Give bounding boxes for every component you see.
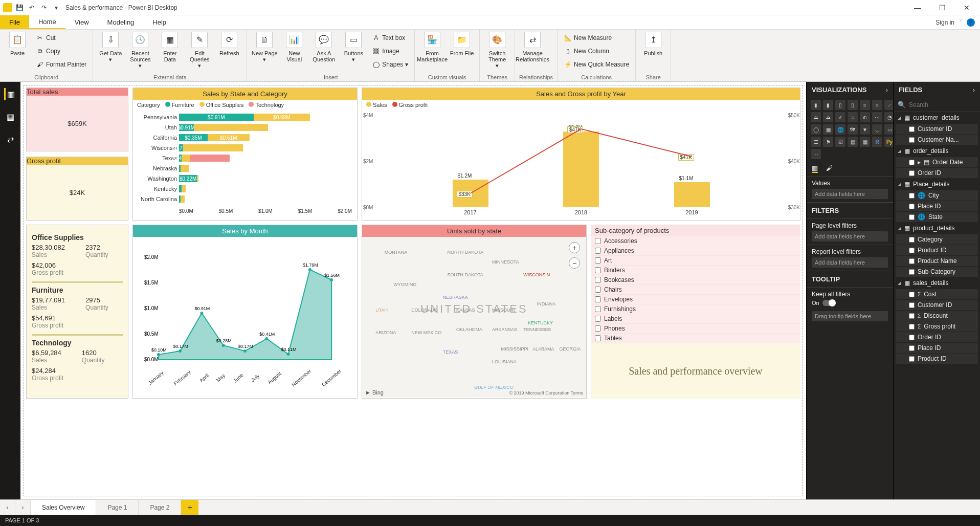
- kpi-gross-profit[interactable]: Gross profit $24K: [26, 157, 128, 221]
- viz-clustered-column-icon[interactable]: ▯: [848, 100, 858, 110]
- chevron-icon[interactable]: ˇ: [960, 19, 962, 26]
- viz-100stacked-column-icon[interactable]: ≡: [872, 100, 882, 110]
- checkbox[interactable]: [595, 335, 601, 341]
- tab-view[interactable]: View: [65, 15, 98, 29]
- slicer-item[interactable]: Accessories: [591, 236, 800, 246]
- textbox-button[interactable]: AText box: [370, 32, 410, 44]
- field-item[interactable]: Customer Na...: [896, 135, 978, 145]
- checkbox[interactable]: [595, 257, 601, 264]
- field-checkbox[interactable]: [909, 126, 915, 132]
- table-header[interactable]: ◢▦order_details: [894, 145, 980, 157]
- undo-icon[interactable]: ↶: [27, 3, 37, 13]
- slicer-item[interactable]: Tables: [591, 334, 800, 343]
- paste-button[interactable]: 📋Paste: [4, 32, 31, 56]
- field-item[interactable]: Sub-Category: [896, 267, 978, 277]
- keep-filters-toggle[interactable]: On: [812, 300, 888, 306]
- values-dropzone[interactable]: Add data fields here: [812, 189, 888, 199]
- viz-filled-map-icon[interactable]: 🗺: [848, 124, 858, 135]
- slicer-item[interactable]: Art: [591, 256, 800, 266]
- viz-area-icon[interactable]: ⛰: [811, 112, 821, 122]
- slicer-list[interactable]: AccessoriesAppliancesArtBindersBookcases…: [591, 236, 800, 343]
- checkbox[interactable]: [595, 287, 601, 293]
- field-item[interactable]: ΣGross profit: [896, 321, 978, 332]
- zoom-out-icon[interactable]: −: [569, 257, 580, 269]
- tab-modeling[interactable]: Modeling: [98, 15, 144, 29]
- new-measure-button[interactable]: 📐New Measure: [562, 32, 631, 44]
- save-icon[interactable]: 💾: [14, 3, 25, 13]
- checkbox[interactable]: [595, 238, 601, 244]
- viz-combo-icon[interactable]: ⫽: [835, 112, 845, 122]
- field-item[interactable]: 🌐State: [896, 212, 978, 222]
- from-marketplace-button[interactable]: 🏪From Marketplace: [419, 32, 446, 62]
- minimize-icon[interactable]: —: [907, 2, 928, 14]
- buttons-button[interactable]: ▭Buttons▾: [340, 32, 367, 62]
- tab-file[interactable]: File: [0, 15, 29, 29]
- viz-map[interactable]: Units sold by state + − UNITED STATES ► …: [362, 225, 587, 399]
- field-checkbox[interactable]: [909, 302, 915, 308]
- viz-stacked-area-icon[interactable]: ⛰: [823, 112, 833, 122]
- field-checkbox[interactable]: [909, 237, 915, 243]
- search-input[interactable]: [909, 101, 980, 108]
- field-checkbox[interactable]: [909, 313, 915, 319]
- field-item[interactable]: Category: [896, 234, 978, 245]
- field-checkbox[interactable]: [909, 356, 915, 362]
- field-item[interactable]: Product ID: [896, 245, 978, 255]
- enter-data-button[interactable]: ▦Enter Data: [157, 32, 183, 62]
- page-tab-1[interactable]: Sales Overview: [31, 500, 96, 515]
- slicer-item[interactable]: Bookcases: [591, 275, 800, 285]
- field-checkbox[interactable]: [909, 324, 915, 330]
- viz-ribbon-icon[interactable]: ≈: [848, 112, 858, 122]
- viz-matrix-icon[interactable]: ▦: [860, 137, 870, 147]
- viz-r-icon[interactable]: R: [872, 137, 882, 147]
- field-item[interactable]: Product ID: [896, 354, 978, 364]
- signin-link[interactable]: Sign in: [936, 19, 954, 26]
- viz-funnel-icon[interactable]: ▼: [860, 124, 870, 135]
- fields-search[interactable]: 🔍: [894, 98, 980, 112]
- publish-button[interactable]: ↥Publish: [640, 32, 666, 56]
- page-tab-2[interactable]: Page 1: [96, 500, 139, 515]
- redo-icon[interactable]: ↷: [39, 3, 49, 13]
- checkbox[interactable]: [595, 267, 601, 273]
- slicer-item[interactable]: Furnishings: [591, 304, 800, 314]
- field-item[interactable]: 🌐City: [896, 190, 978, 201]
- chevron-right-icon[interactable]: ›: [973, 86, 975, 94]
- viz-table-icon[interactable]: ▤: [848, 137, 858, 147]
- viz-multirow-icon[interactable]: ☰: [811, 137, 821, 147]
- new-quick-measure-button[interactable]: ⚡New Quick Measure: [562, 58, 631, 71]
- viz-more-icon[interactable]: ⋯: [811, 149, 821, 159]
- viz-slicer-icon[interactable]: ☑: [835, 137, 845, 147]
- cut-button[interactable]: ✂Cut: [34, 32, 88, 44]
- tab-home[interactable]: Home: [29, 15, 65, 29]
- viz-scatter-icon[interactable]: ⋯: [872, 112, 882, 122]
- viz-waterfall-icon[interactable]: ⫙: [860, 112, 870, 122]
- new-column-button[interactable]: ▯New Column: [562, 45, 631, 57]
- chevron-right-icon[interactable]: ›: [886, 86, 888, 94]
- report-canvas[interactable]: Total sales $659K Gross profit $24K Sale…: [20, 82, 806, 499]
- zoom-in-icon[interactable]: +: [569, 242, 580, 253]
- table-header[interactable]: ◢▦product_details: [894, 223, 980, 234]
- shapes-button[interactable]: ◯Shapes ▾: [370, 58, 410, 71]
- field-checkbox[interactable]: [909, 248, 915, 253]
- field-item[interactable]: ΣCost: [896, 289, 978, 299]
- add-page-button[interactable]: +: [181, 500, 198, 515]
- help-icon[interactable]: ?: [967, 18, 975, 27]
- slicer-item[interactable]: Binders: [591, 266, 800, 275]
- tooltip-dropzone[interactable]: Drag tooltip fields here: [812, 311, 888, 321]
- field-checkbox[interactable]: [909, 170, 915, 176]
- slicer-item[interactable]: Envelopes: [591, 295, 800, 304]
- page-prev-icon[interactable]: ‹: [0, 500, 15, 515]
- close-icon[interactable]: ✕: [956, 2, 977, 14]
- field-checkbox[interactable]: [909, 193, 915, 199]
- field-item[interactable]: Place ID: [896, 201, 978, 211]
- viz-treemap-icon[interactable]: ▦: [823, 124, 833, 135]
- slicer-item[interactable]: Appliances: [591, 246, 800, 256]
- table-header[interactable]: ◢▦customer_details: [894, 112, 980, 123]
- refresh-button[interactable]: ⟳Refresh: [216, 32, 242, 56]
- field-item[interactable]: Customer ID: [896, 124, 978, 134]
- viz-donut-icon[interactable]: ◯: [811, 124, 821, 135]
- field-item[interactable]: Order ID: [896, 332, 978, 342]
- page-next-icon[interactable]: ›: [15, 500, 31, 515]
- field-item[interactable]: Customer ID: [896, 300, 978, 310]
- recent-sources-button[interactable]: 🕓Recent Sources▾: [127, 32, 153, 69]
- viz-100stacked-bar-icon[interactable]: ≡: [860, 100, 870, 110]
